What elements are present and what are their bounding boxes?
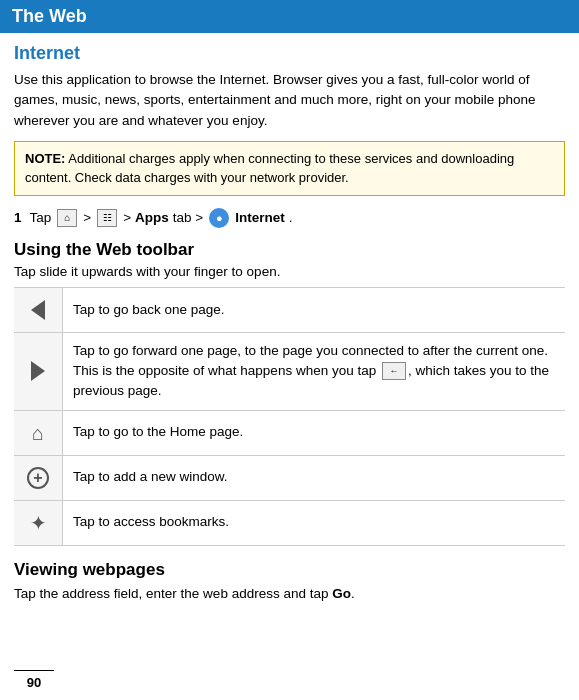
header-title: The Web bbox=[12, 6, 87, 27]
internet-intro-text: Use this application to browse the Inter… bbox=[14, 70, 565, 131]
add-icon-cell: + bbox=[14, 455, 63, 500]
bookmark-description: Tap to access bookmarks. bbox=[63, 500, 566, 545]
back-icon-cell bbox=[14, 287, 63, 332]
add-description: Tap to add a new window. bbox=[63, 455, 566, 500]
go-label: Go bbox=[332, 586, 351, 601]
table-row: ⌂ Tap to go to the Home page. bbox=[14, 410, 565, 455]
tab-label: tab > bbox=[173, 210, 203, 225]
forward-description: Tap to go forward one page, to the page … bbox=[63, 332, 566, 410]
note-box: NOTE: Additional charges apply when conn… bbox=[14, 141, 565, 196]
home-nav-icon: ⌂ bbox=[24, 419, 52, 447]
add-window-icon: + bbox=[24, 464, 52, 492]
viewing-section: Viewing webpages Tap the address field, … bbox=[14, 560, 565, 604]
toolbar-table: Tap to go back one page. Tap to go forwa… bbox=[14, 287, 565, 546]
forward-icon bbox=[24, 357, 52, 385]
internet-label: Internet bbox=[235, 210, 285, 225]
note-text: Additional charges apply when connecting… bbox=[25, 151, 514, 186]
bookmark-icon-cell: ✦ bbox=[14, 500, 63, 545]
table-row: ✦ Tap to access bookmarks. bbox=[14, 500, 565, 545]
note-label: NOTE: bbox=[25, 151, 65, 166]
back-description: Tap to go back one page. bbox=[63, 287, 566, 332]
viewing-text-after: . bbox=[351, 586, 355, 601]
grid-icon: ☷ bbox=[97, 209, 117, 227]
globe-icon: ● bbox=[209, 208, 229, 228]
back-icon bbox=[24, 296, 52, 324]
header-bar: The Web bbox=[0, 0, 579, 33]
table-row: Tap to go back one page. bbox=[14, 287, 565, 332]
toolbar-section-title: Using the Web toolbar bbox=[14, 240, 565, 260]
table-row: + Tap to add a new window. bbox=[14, 455, 565, 500]
bookmark-icon: ✦ bbox=[24, 509, 52, 537]
table-row: Tap to go forward one page, to the page … bbox=[14, 332, 565, 410]
step-1-line: 1 Tap ⌂ > ☷ > Apps tab > ● Internet . bbox=[14, 208, 565, 228]
page-footer: 90 bbox=[14, 670, 54, 690]
apps-label: Apps bbox=[135, 210, 169, 225]
home-icon: ⌂ bbox=[57, 209, 77, 227]
arrow1: > bbox=[83, 210, 91, 225]
viewing-text: Tap the address field, enter the web add… bbox=[14, 584, 565, 604]
arrow2: > bbox=[123, 210, 131, 225]
viewing-text-before: Tap the address field, enter the web add… bbox=[14, 586, 332, 601]
forward-icon-cell bbox=[14, 332, 63, 410]
home-description: Tap to go to the Home page. bbox=[63, 410, 566, 455]
home-icon-cell: ⌂ bbox=[14, 410, 63, 455]
page-number: 90 bbox=[27, 675, 41, 690]
viewing-section-title: Viewing webpages bbox=[14, 560, 565, 580]
step-text-before: Tap bbox=[30, 210, 52, 225]
toolbar-intro-text: Tap slide it upwards with your finger to… bbox=[14, 264, 565, 279]
step-number: 1 bbox=[14, 210, 22, 225]
content: Internet Use this application to browse … bbox=[0, 33, 579, 614]
internet-section-title: Internet bbox=[14, 43, 565, 64]
back-ref-icon: ← bbox=[382, 362, 406, 380]
